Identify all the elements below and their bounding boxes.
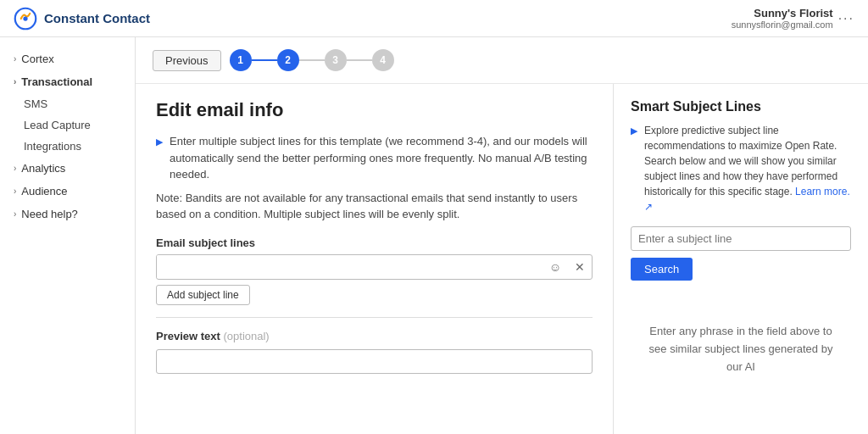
sidebar-item-integrations[interactable]: Integrations [0, 136, 135, 157]
sidebar-item-sms[interactable]: SMS [0, 93, 135, 114]
chevron-icon: › [14, 186, 16, 196]
preview-optional: (optional) [224, 330, 270, 342]
step-1: 1 [230, 49, 252, 71]
search-button[interactable]: Search [631, 258, 693, 281]
note-text: Note: Bandits are not available for any … [156, 190, 593, 223]
preview-input[interactable] [156, 349, 593, 374]
sidebar-item-analytics[interactable]: › Analytics [0, 157, 135, 180]
sidebar-item-audience[interactable]: › Audience [0, 180, 135, 203]
user-name: Sunny's Florist [732, 7, 833, 19]
step-3: 3 [325, 49, 347, 71]
step-2: 2 [277, 49, 299, 71]
subject-field-label: Email subject lines [156, 236, 593, 249]
step-line-3-4 [347, 59, 372, 61]
right-panel: Smart Subject Lines ▶ Explore predictive… [614, 84, 868, 434]
sidebar-label-audience: Audience [21, 185, 67, 198]
previous-button[interactable]: Previous [153, 50, 221, 71]
info-block: ▶ Enter multiple subject lines for this … [156, 133, 593, 223]
sidebar-label-need-help: Need help? [21, 208, 78, 220]
user-details: Sunny's Florist sunnysflorin@gmail.com [732, 7, 833, 30]
ai-placeholder: Enter any phrase in the field above to s… [631, 323, 851, 376]
step-line-2-3 [299, 59, 325, 61]
sidebar-label-integrations: Integrations [24, 140, 81, 153]
user-email: sunnysflorin@gmail.com [732, 19, 833, 30]
user-menu-button[interactable]: ··· [838, 11, 854, 26]
subject-search-input[interactable] [631, 226, 851, 251]
emoji-button[interactable]: ☺ [542, 255, 568, 279]
user-info: Sunny's Florist sunnysflorin@gmail.com ·… [732, 7, 854, 30]
main-area: Previous 1 2 3 4 Edit email info ▶ Enter… [136, 37, 868, 434]
step-4: 4 [372, 49, 394, 71]
chevron-icon: › [14, 164, 16, 173]
sidebar-label-lead-capture: Lead Capture [24, 119, 91, 131]
info-text: ▶ Enter multiple subject lines for this … [156, 133, 593, 183]
step-line-1-2 [252, 59, 277, 61]
sidebar-label-sms: SMS [24, 97, 47, 110]
svg-point-1 [23, 16, 27, 20]
clear-subject-button[interactable]: ✕ [568, 255, 592, 279]
app-body: › Cortex › Transactional SMS Lead Captur… [0, 37, 868, 434]
sidebar-item-lead-capture[interactable]: Lead Capture [0, 114, 135, 136]
sidebar-label-analytics: Analytics [21, 162, 65, 175]
subject-input-row: ☺ ✕ [156, 254, 593, 280]
steps-bar: Previous 1 2 3 4 [136, 37, 868, 84]
steps-flow: 1 2 3 4 [230, 49, 394, 71]
sidebar: › Cortex › Transactional SMS Lead Captur… [0, 37, 136, 434]
sidebar-item-cortex[interactable]: › Cortex [0, 47, 135, 70]
content-area: Edit email info ▶ Enter multiple subject… [136, 84, 868, 434]
chevron-icon: › [14, 77, 16, 86]
arrow-icon: ▶ [156, 135, 163, 183]
sidebar-label-transactional: Transactional [21, 75, 92, 88]
logo: Constant Contact [14, 7, 150, 31]
page-title: Edit email info [156, 99, 593, 121]
preview-label: Preview text (optional) [156, 330, 593, 342]
sidebar-label-cortex: Cortex [21, 53, 53, 65]
smart-desc: ▶ Explore predictive subject line recomm… [631, 123, 851, 214]
sidebar-item-transactional[interactable]: › Transactional [0, 70, 135, 93]
smart-desc-text: Explore predictive subject line recommen… [644, 123, 851, 214]
logo-icon [14, 7, 37, 31]
smart-subject-title: Smart Subject Lines [631, 99, 851, 114]
subject-input[interactable] [157, 255, 542, 278]
add-subject-button[interactable]: Add subject line [156, 285, 250, 305]
chevron-icon: › [14, 209, 16, 219]
arrow-icon: ▶ [631, 124, 637, 214]
divider [156, 317, 593, 318]
sidebar-item-need-help[interactable]: › Need help? [0, 203, 135, 225]
info-content: Enter multiple subject lines for this te… [170, 133, 593, 183]
chevron-icon: › [14, 54, 16, 64]
header: Constant Contact Sunny's Florist sunnysf… [0, 0, 868, 37]
logo-text: Constant Contact [44, 11, 150, 25]
left-panel: Edit email info ▶ Enter multiple subject… [136, 84, 614, 434]
